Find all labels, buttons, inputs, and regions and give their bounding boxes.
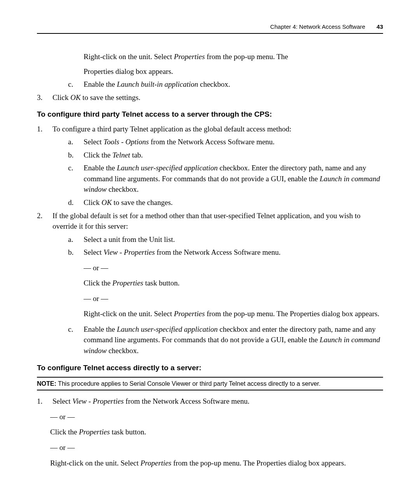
- list-body: Select View - Properties from the Networ…: [84, 247, 383, 258]
- list-marker: 1.: [37, 124, 52, 135]
- list-body: Select a unit from the Unit list.: [84, 234, 383, 245]
- text-span: Select: [84, 138, 103, 146]
- text-span: Right-click on the unit. Select: [84, 52, 174, 61]
- italic-term: OK: [70, 93, 80, 102]
- italic-term: Properties: [79, 428, 110, 436]
- list-marker: a.: [68, 136, 84, 147]
- or-separator: — or —: [50, 442, 383, 453]
- text-span: checkbox.: [107, 185, 138, 193]
- sub-list-item-a: a. Select a unit from the Unit list.: [68, 234, 383, 245]
- text-span: Click the: [50, 428, 79, 436]
- list-marker: c.: [68, 79, 84, 90]
- or-separator: — or —: [84, 262, 383, 273]
- text-span: Right-click on the unit. Select: [84, 310, 174, 318]
- text-span: Click the: [84, 279, 112, 287]
- sub-list-item-d: d. Click OK to save the changes.: [68, 197, 383, 208]
- section-heading: To configure third party Telnet access t…: [37, 109, 383, 120]
- italic-term: Tools - Options: [103, 138, 149, 146]
- text-span: from the Network Access Software menu.: [155, 248, 280, 256]
- sub-list-item-c: c. Enable the Launch built-in applicatio…: [68, 79, 383, 90]
- list-item-1: 1. Select View - Properties from the Net…: [37, 396, 383, 407]
- note-text: This procedure applies to Serial Console…: [56, 380, 320, 387]
- sub-list-item-b: b. Click the Telnet tab.: [68, 150, 383, 161]
- list-item-2: 2. If the global default is set for a me…: [37, 210, 383, 232]
- text-span: Select: [52, 397, 72, 405]
- section-heading: To configure Telnet access directly to a…: [37, 362, 383, 373]
- text-span: Click: [84, 198, 102, 206]
- body-text: Right-click on the unit. Select Properti…: [84, 51, 383, 62]
- list-body: Click OK to save the changes.: [84, 197, 383, 208]
- list-marker: b.: [68, 247, 84, 258]
- text-span: tab.: [130, 151, 143, 159]
- list-marker: c.: [68, 163, 84, 173]
- text-span: Click the: [84, 151, 112, 159]
- text-span: checkbox.: [107, 346, 138, 355]
- or-separator: — or —: [50, 411, 383, 422]
- text-span: Enable the: [84, 80, 117, 88]
- text-span: Enable the: [84, 325, 117, 333]
- italic-term: View - Properties: [103, 248, 155, 256]
- list-body: Enable the Launch built-in application c…: [84, 79, 383, 90]
- italic-term: OK: [102, 198, 112, 206]
- italic-term: Launch user-specified application: [117, 164, 217, 172]
- list-body: To configure a third party Telnet applic…: [52, 124, 383, 135]
- text-span: checkbox.: [198, 80, 230, 88]
- list-item-3: 3. Click OK to save the settings.: [37, 92, 383, 103]
- list-body: Select Tools - Options from the Network …: [84, 136, 383, 147]
- body-text: Click the Properties task button.: [50, 427, 383, 438]
- list-marker: 1.: [37, 396, 52, 407]
- text-span: Enable the: [84, 164, 117, 172]
- list-body: If the global default is set for a metho…: [52, 210, 383, 232]
- body-text: Right-click on the unit. Select Properti…: [84, 308, 383, 319]
- italic-term: Properties: [174, 310, 205, 318]
- text-span: from the Network Access Software menu.: [124, 397, 249, 405]
- body-text: Properties dialog box appears.: [84, 66, 383, 77]
- sub-list-item-a: a. Select Tools - Options from the Netwo…: [68, 136, 383, 147]
- list-item-1: 1. To configure a third party Telnet app…: [37, 124, 383, 135]
- text-span: from the pop-up menu. The Properties dia…: [205, 310, 380, 318]
- text-span: to save the changes.: [112, 198, 173, 206]
- sub-list-item-c: c. Enable the Launch user-specified appl…: [68, 163, 383, 195]
- italic-term: Telnet: [112, 151, 130, 159]
- text-span: task button.: [143, 279, 179, 287]
- list-marker: 2.: [37, 210, 52, 221]
- italic-term: View - Properties: [72, 397, 124, 405]
- body-text: Right-click on the unit. Select Properti…: [50, 458, 383, 469]
- list-body: Click the Telnet tab.: [84, 150, 383, 161]
- page-number: 43: [376, 23, 383, 30]
- text-span: from the Network Access Software menu.: [149, 138, 275, 146]
- list-marker: d.: [68, 197, 84, 208]
- text-span: Click: [52, 93, 70, 102]
- text-span: to save the settings.: [80, 93, 140, 102]
- list-body: Select View - Properties from the Networ…: [52, 396, 383, 407]
- text-span: from the pop-up menu. The Properties dia…: [172, 459, 346, 467]
- list-marker: b.: [68, 150, 84, 161]
- sub-list-item-b: b. Select View - Properties from the Net…: [68, 247, 383, 258]
- italic-term: Properties: [112, 279, 144, 287]
- list-body: Click OK to save the settings.: [52, 92, 383, 103]
- body-text: Click the Properties task button.: [84, 278, 383, 289]
- page-content: Right-click on the unit. Select Properti…: [37, 51, 383, 468]
- italic-term: Properties: [140, 459, 172, 467]
- text-span: from the pop-up menu. The: [205, 52, 288, 61]
- list-marker: 3.: [37, 92, 52, 103]
- list-body: Enable the Launch user-specified applica…: [84, 163, 383, 195]
- page-header: Chapter 4: Network Access Software 43: [37, 23, 383, 34]
- italic-term: Launch user-specified application: [117, 325, 217, 333]
- sub-list-item-c: c. Enable the Launch user-specified appl…: [68, 324, 383, 356]
- text-span: task button.: [110, 428, 146, 436]
- note-callout: NOTE: This procedure applies to Serial C…: [37, 377, 383, 390]
- text-span: Right-click on the unit. Select: [50, 459, 140, 467]
- note-label: NOTE:: [37, 380, 56, 387]
- chapter-title: Chapter 4: Network Access Software: [270, 23, 365, 30]
- text-span: Select: [84, 248, 103, 256]
- italic-term: Launch built-in application: [117, 80, 198, 88]
- list-body: Enable the Launch user-specified applica…: [84, 324, 383, 356]
- list-marker: c.: [68, 324, 84, 335]
- italic-term: Properties: [174, 52, 205, 61]
- or-separator: — or —: [84, 293, 383, 304]
- list-marker: a.: [68, 234, 84, 245]
